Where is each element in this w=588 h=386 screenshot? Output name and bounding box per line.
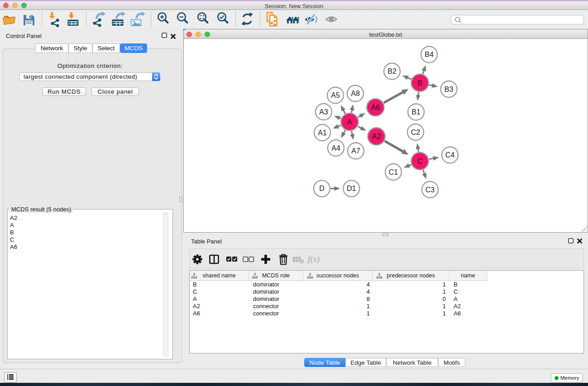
- svg-text:B1: B1: [411, 108, 421, 116]
- svg-text:C1: C1: [389, 168, 398, 176]
- svg-text:A8: A8: [351, 90, 360, 97]
- svg-text:A1: A1: [318, 129, 327, 137]
- svg-text:B3: B3: [445, 86, 454, 93]
- svg-text:f(x): f(x): [308, 254, 320, 264]
- svg-text:A2: A2: [372, 133, 381, 140]
- svg-text:A4: A4: [331, 144, 340, 152]
- svg-text:B2: B2: [387, 67, 397, 75]
- svg-text:C3: C3: [425, 186, 435, 194]
- svg-text:B: B: [417, 79, 422, 87]
- svg-text:C2: C2: [411, 129, 421, 136]
- svg-text:A3: A3: [319, 108, 328, 116]
- svg-text:A: A: [347, 118, 352, 126]
- svg-text:C4: C4: [445, 151, 455, 159]
- svg-text:A5: A5: [331, 91, 340, 99]
- svg-text:A7: A7: [351, 147, 360, 155]
- svg-text:A6: A6: [371, 104, 380, 111]
- svg-text:C: C: [417, 157, 423, 165]
- svg-text:B4: B4: [425, 51, 434, 58]
- svg-text:D1: D1: [347, 185, 356, 192]
- svg-text:D: D: [319, 185, 325, 192]
